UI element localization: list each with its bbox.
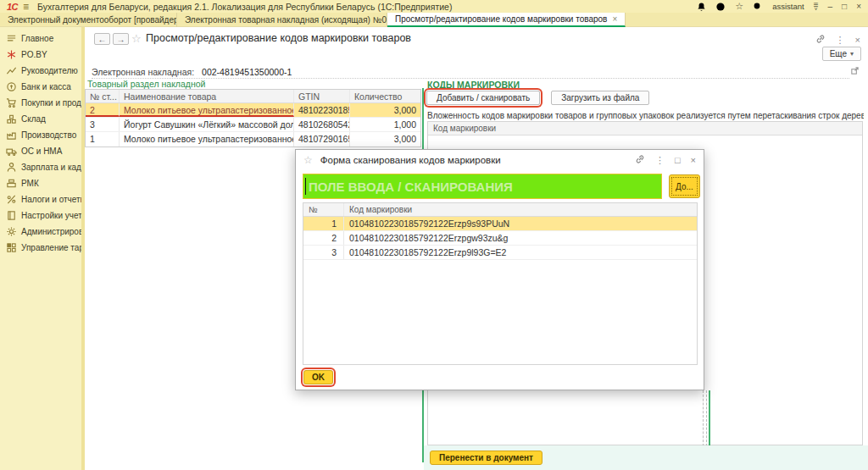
- invoice-value[interactable]: 002-4819451350000-1: [202, 67, 292, 77]
- ok-button[interactable]: OK: [303, 370, 333, 384]
- sidebar-item-rukovoditelyu[interactable]: Руководителю: [0, 63, 81, 79]
- tab-bar: Электронный документооборот [провайдер -…: [0, 13, 868, 27]
- text-caret: [305, 178, 306, 195]
- sidebar-item-administrirovanie[interactable]: Администрирование: [0, 224, 81, 240]
- codes-section-title: КОДЫ МАРКИРОВКИ: [427, 80, 520, 90]
- person-icon: [6, 162, 17, 173]
- menu-lines-icon: [6, 33, 17, 44]
- get-link-icon[interactable]: [815, 34, 826, 46]
- app-logo: 1С: [7, 2, 18, 12]
- sidebar-item-pokupki-prodazhi[interactable]: Покупки и продажи: [0, 95, 81, 111]
- notifications-bell-icon[interactable]: [697, 2, 706, 12]
- forward-button[interactable]: →: [113, 33, 129, 45]
- book-icon: [6, 210, 17, 221]
- window-title: Бухгалтерия для Беларуси, редакция 2.1. …: [37, 2, 452, 12]
- assistant-label[interactable]: assistant: [772, 2, 804, 11]
- open-invoice-icon[interactable]: [850, 66, 860, 77]
- transfer-to-document-button[interactable]: Перенести в документ: [430, 451, 542, 465]
- codes-footer: Перенести в документ: [424, 445, 868, 470]
- cash-register-icon: [6, 178, 17, 189]
- invoice-label: Электронная накладная:: [92, 67, 194, 77]
- splitter-handle[interactable]: [706, 390, 707, 446]
- favorites-star-icon[interactable]: ☆: [735, 1, 743, 12]
- close-tab-icon[interactable]: ×: [612, 14, 617, 24]
- asterisk-icon: [6, 49, 17, 60]
- invoice-field-row: Электронная накладная: 002-4819451350000…: [92, 65, 849, 79]
- dialog-title: Форма сканирования кодов маркировки: [320, 155, 501, 165]
- restore-button[interactable]: □: [842, 2, 847, 11]
- caret-down-icon: ▾: [850, 50, 854, 58]
- sidebar-item-rmk[interactable]: РМК: [0, 175, 81, 191]
- goods-row[interactable]: 1 Молоко питьевое ультрапастеризованное …: [86, 132, 420, 147]
- chart-line-icon: [6, 65, 17, 76]
- splitter-handle[interactable]: [703, 390, 704, 446]
- close-form-icon[interactable]: ×: [855, 35, 860, 45]
- splitter-accent: [709, 390, 710, 446]
- goods-table: № ст... Наименование товара GTIN Количес…: [85, 89, 421, 147]
- goods-row-selected[interactable]: 2 Молоко питьевое ультрапастеризованное …: [86, 103, 420, 118]
- favorite-star-icon[interactable]: ☆: [303, 154, 313, 166]
- truck-icon: [6, 146, 17, 157]
- grid-icon: [6, 242, 17, 253]
- sidebar-item-nalogi[interactable]: Налоги и отчетность: [0, 191, 81, 207]
- gear-icon: [6, 226, 17, 237]
- search-icon[interactable]: [753, 2, 763, 12]
- tab-edo[interactable]: Электронный документооборот [провайдер -…: [0, 13, 177, 27]
- page-title: Просмотр/редактирование кодов маркировки…: [146, 32, 411, 44]
- service-menu-icon[interactable]: ≡˅: [814, 3, 819, 11]
- maximize-icon[interactable]: □: [675, 155, 681, 165]
- close-dialog-icon[interactable]: ×: [691, 155, 696, 165]
- minimize-button[interactable]: –: [828, 2, 833, 11]
- more-menu-icon[interactable]: ⋮: [836, 35, 845, 46]
- goods-table-header: № ст... Наименование товара GTIN Количес…: [86, 90, 420, 103]
- add-code-button[interactable]: До...: [669, 174, 700, 198]
- factory-icon: [6, 130, 17, 141]
- sidebar-item-nastroyki-ucheta[interactable]: Настройки учета: [0, 207, 81, 224]
- history-icon[interactable]: [715, 2, 726, 12]
- close-window-button[interactable]: ×: [856, 2, 861, 11]
- code-row-selected[interactable]: 1 01048102230185792122Erzp9s93PUuN: [303, 217, 697, 231]
- sidebar-item-sklad[interactable]: Склад: [0, 111, 81, 127]
- back-button[interactable]: ←: [94, 33, 110, 45]
- goods-section-title: Товарный раздел накладной: [87, 79, 205, 89]
- codes-table-header: № Код маркировки: [303, 203, 697, 217]
- main-menu-icon[interactable]: ≡: [23, 1, 29, 13]
- get-link-icon[interactable]: [635, 154, 645, 166]
- sidebar-item-proizvodstvo[interactable]: Производство: [0, 127, 81, 143]
- sidebar-item-upravlenie-tarifom[interactable]: Управление тарифом: [0, 240, 81, 256]
- sidebar-item-bank-kassa[interactable]: Банк и касса: [0, 79, 81, 95]
- tab-invoice[interactable]: Электронная товарная накладная (исходяща…: [177, 13, 387, 27]
- sidebar-item-poby[interactable]: PO.BY: [0, 47, 81, 63]
- percent-icon: [6, 194, 17, 205]
- dialog-titlebar: ☆ Форма сканирования кодов маркировки ⋮ …: [296, 150, 704, 170]
- sidebar-item-glavnoe[interactable]: Главное: [0, 30, 81, 47]
- scanned-codes-table: № Код маркировки 1 01048102230185792122E…: [303, 202, 698, 365]
- code-row[interactable]: 3 01048102230185792122Erzp9l93G=E2: [303, 246, 697, 260]
- favorite-star-icon[interactable]: ☆: [131, 32, 142, 45]
- code-row[interactable]: 2 01048102230185792122Erzpgw93zu&g: [303, 231, 697, 246]
- load-from-file-button[interactable]: Загрузить из файла: [551, 91, 649, 105]
- sidebar-nav: Главное PO.BY Руководителю Банк и касса …: [0, 27, 81, 470]
- codes-hint-text: Вложенность кодов маркировки товаров и г…: [427, 111, 864, 120]
- coin-icon: [6, 81, 17, 92]
- tab-marking-codes[interactable]: Просмотр/редактирование кодов маркировки…: [387, 13, 626, 27]
- scan-codes-dialog: ☆ Форма сканирования кодов маркировки ⋮ …: [295, 149, 704, 390]
- more-menu-icon[interactable]: ⋮: [655, 155, 665, 166]
- more-button[interactable]: Еще ▾: [822, 47, 861, 61]
- goods-row[interactable]: 3 Йогурт Савушкин «Лёгкий» массовой доле…: [86, 118, 420, 132]
- tour-highlight: OK: [303, 370, 333, 384]
- sidebar-item-zarplata-kadry[interactable]: Зарплата и кадры: [0, 159, 81, 175]
- tour-highlight: Добавить / сканировать: [426, 91, 540, 105]
- scan-input-field[interactable]: [303, 174, 662, 199]
- codes-column-header[interactable]: Код маркировки: [428, 122, 862, 135]
- window-titlebar: 1С ≡ Бухгалтерия для Беларуси, редакция …: [0, 0, 868, 13]
- sidebar-item-os-nma[interactable]: ОС и НМА: [0, 143, 81, 159]
- cart-icon: [6, 97, 17, 108]
- add-scan-button[interactable]: Добавить / сканировать: [426, 91, 540, 105]
- boxes-icon: [6, 113, 17, 124]
